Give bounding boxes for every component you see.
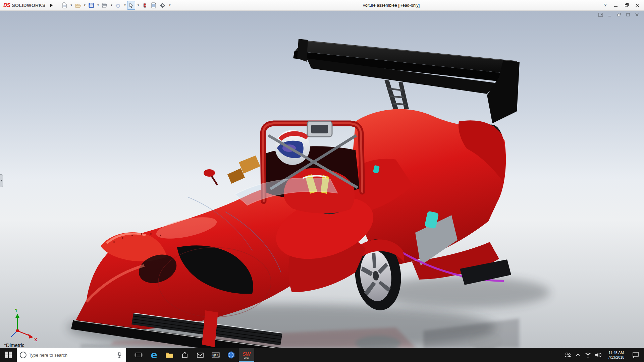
restore-icon: [625, 3, 629, 7]
console-button[interactable]: &gt;_: [208, 348, 223, 362]
hidden-icons-button[interactable]: [573, 348, 583, 362]
screen: DS SOLIDWORKS ▼ ▼: [0, 0, 644, 362]
titlebar: DS SOLIDWORKS ▼ ▼: [0, 0, 644, 11]
expand-pane-icon: [598, 12, 603, 17]
minimize-button[interactable]: [610, 0, 621, 10]
show-desktop-strip[interactable]: [642, 348, 644, 362]
print-dropdown-caret[interactable]: ▼: [110, 4, 113, 7]
gear-icon: [160, 2, 166, 8]
undo-button[interactable]: [114, 1, 122, 10]
task-view-button[interactable]: [131, 348, 146, 362]
help-button[interactable]: ?: [600, 0, 610, 10]
start-button[interactable]: [0, 348, 17, 362]
file-explorer-button[interactable]: [162, 348, 177, 362]
menu-flyout-arrow-icon[interactable]: [49, 2, 54, 9]
options-dropdown-caret[interactable]: ▼: [168, 4, 171, 7]
car-shadow-rear: [376, 276, 550, 308]
network-button[interactable]: [583, 348, 593, 362]
hexagon-app-button[interactable]: [223, 348, 239, 362]
wifi-icon: [584, 351, 592, 359]
print-icon: [101, 2, 107, 8]
open-dropdown-caret[interactable]: ▼: [84, 4, 86, 7]
document-window-controls: [598, 12, 640, 17]
new-document-icon: [61, 2, 67, 8]
clock-time: 11:45 AM: [608, 350, 624, 355]
store-button[interactable]: [177, 348, 193, 362]
open-folder-icon: [75, 2, 81, 8]
solidworks-taskbar-button[interactable]: SW 2017: [239, 348, 254, 362]
mail-icon: [196, 351, 204, 359]
quick-access-toolbar: ▼ ▼ ▼: [60, 1, 171, 10]
edge-icon: e: [151, 350, 157, 360]
select-cursor-icon: [128, 2, 134, 8]
doc-restore-icon: [616, 12, 622, 17]
triad-y-label: Y: [15, 308, 18, 313]
action-center-icon: [632, 351, 640, 359]
select-tool-button[interactable]: [127, 1, 135, 10]
chevron-up-icon: [575, 352, 581, 358]
mail-button[interactable]: [193, 348, 208, 362]
brand-name: SOLIDWORKS: [12, 3, 45, 8]
featuremanager-flyout-tab[interactable]: [0, 174, 3, 187]
task-view-icon: [135, 351, 143, 359]
triad-x-label: X: [34, 337, 37, 342]
speaker-icon: [594, 351, 602, 359]
rebuild-icon: [142, 2, 148, 8]
search-input[interactable]: [29, 353, 113, 358]
minimize-icon: [614, 3, 618, 7]
view-orientation-label: *Dimetric: [4, 342, 24, 348]
side-mirror: [204, 169, 215, 177]
people-button[interactable]: [563, 348, 573, 362]
restore-button[interactable]: [621, 0, 632, 10]
graphics-area[interactable]: Y X: [0, 11, 644, 348]
close-button[interactable]: [632, 0, 643, 10]
doc-close-icon: [635, 12, 639, 17]
save-icon: [88, 2, 94, 8]
file-properties-icon: [151, 2, 157, 8]
console-glyph: &gt;_: [212, 354, 220, 357]
flyout-arrow-icon: [1, 179, 2, 182]
action-center-button[interactable]: [629, 348, 642, 362]
save-dropdown-caret[interactable]: ▼: [97, 4, 100, 7]
doc-minimize-button[interactable]: [607, 12, 613, 17]
taskbar-search[interactable]: [17, 348, 126, 362]
undo-dropdown-caret[interactable]: ▼: [123, 4, 126, 7]
select-dropdown-caret[interactable]: ▼: [137, 4, 140, 7]
expand-pane-button[interactable]: [598, 12, 604, 17]
options-button[interactable]: [159, 1, 167, 10]
store-bag-icon: [181, 351, 189, 359]
rebuild-button[interactable]: [141, 1, 149, 10]
undo-icon: [115, 2, 121, 8]
windows-taskbar: e &gt;_: [0, 348, 644, 362]
volume-button[interactable]: [593, 348, 603, 362]
edge-button[interactable]: e: [146, 348, 162, 362]
save-button[interactable]: [87, 1, 95, 10]
system-tray: 11:45 AM 7/13/2018: [563, 348, 644, 362]
new-document-button[interactable]: [60, 1, 68, 10]
file-properties-button[interactable]: [150, 1, 158, 10]
open-button[interactable]: [74, 1, 82, 10]
doc-restore-button[interactable]: [616, 12, 622, 17]
window-controls: ?: [600, 0, 643, 10]
people-icon: [564, 351, 572, 359]
taskbar-clock[interactable]: 11:45 AM 7/13/2018: [603, 348, 629, 362]
doc-minimize-icon: [607, 12, 612, 17]
solidworks-brand: DS SOLIDWORKS: [1, 2, 48, 8]
new-dropdown-caret[interactable]: ▼: [70, 4, 73, 7]
hexagon-app-icon: [227, 351, 235, 359]
doc-maximize-icon: [626, 12, 631, 17]
window-title: Voiture assemblee [Read-only]: [363, 0, 420, 11]
file-explorer-icon: [165, 351, 174, 359]
print-button[interactable]: [100, 1, 108, 10]
microphone-icon[interactable]: [116, 351, 123, 359]
windows-logo-icon: [5, 352, 12, 358]
graphics-viewport: Y X: [0, 11, 644, 348]
clock-date: 7/13/2018: [608, 355, 625, 360]
close-icon: [635, 3, 639, 7]
solidworks-app-icon: SW 2017: [243, 351, 251, 359]
doc-close-button[interactable]: [634, 12, 640, 17]
ds-logo-icon: DS: [3, 2, 10, 8]
doc-maximize-button[interactable]: [625, 12, 631, 17]
cortana-icon: [20, 352, 26, 358]
